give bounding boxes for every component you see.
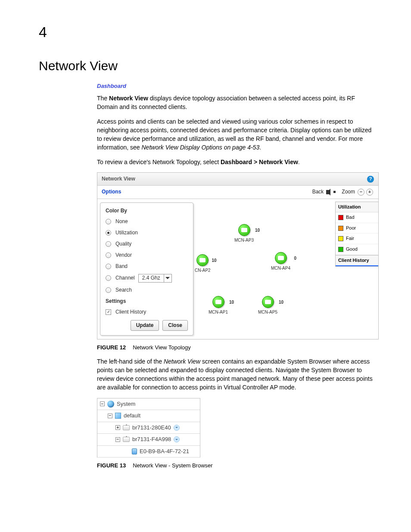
ap-node[interactable]: 10 MCN-AP5 <box>258 296 277 315</box>
radio-band[interactable]: Band <box>106 263 188 270</box>
radio-search[interactable]: Search <box>106 286 188 294</box>
collapse-icon[interactable]: − <box>115 437 120 442</box>
radio-icon <box>106 230 111 236</box>
legend-row: Bad <box>336 212 378 223</box>
legend-label: Bad <box>346 214 355 221</box>
text: To review a device's Network Topology, s… <box>97 159 221 165</box>
figure-number: FIGURE 12 <box>97 344 126 351</box>
ap-count: 10 <box>212 258 217 264</box>
radio-quality[interactable]: Quality <box>106 240 188 248</box>
ap-node[interactable]: 10 CN-AP2 <box>195 254 211 274</box>
figure-12-caption: FIGURE 12Network View Topology <box>97 344 377 352</box>
radio-label: None <box>115 218 128 225</box>
topology-canvas[interactable]: 10 MCN-AP3 10 CN-AP2 0 MCN-AP4 10 MCN-AP… <box>193 199 335 339</box>
ap-count: 0 <box>294 255 296 261</box>
radio-label: Search <box>115 286 132 294</box>
update-button[interactable]: Update <box>131 320 159 331</box>
ap-label: MCN-AP3 <box>234 237 254 243</box>
text: . <box>259 144 261 151</box>
ap-icon <box>196 254 209 266</box>
tree-label: default <box>124 412 140 420</box>
ap-icon <box>123 437 130 442</box>
legend-heading: Utilization <box>336 202 378 213</box>
radio-label: Utilization <box>115 229 138 236</box>
panel-titlebar: Network View ? <box>97 173 378 186</box>
paragraph-3: To review a device's Network Topology, s… <box>97 158 377 167</box>
radio-icon <box>106 241 111 247</box>
radio-icon <box>106 219 111 224</box>
client-icon <box>132 448 137 454</box>
ap-count: 10 <box>229 299 234 305</box>
tree-row-ap-b[interactable]: − br7131-F4A998 <box>97 434 200 445</box>
radio-icon <box>106 264 111 269</box>
options-link[interactable]: Options <box>102 188 121 196</box>
panel-toolbar: Options Back Zoom − + <box>97 186 378 199</box>
zoom-out-icon[interactable]: − <box>358 189 364 196</box>
ap-count: 10 <box>255 227 260 233</box>
radio-utilization[interactable]: Utilization <box>106 229 188 236</box>
swatch-icon <box>338 226 343 231</box>
collapse-icon[interactable]: − <box>108 414 112 418</box>
ap-node[interactable]: 0 MCN-AP4 <box>271 252 290 271</box>
expand-icon[interactable]: + <box>115 425 120 430</box>
dropdown-icon[interactable] <box>174 436 180 442</box>
swatch-icon <box>338 236 343 241</box>
tree-label: System <box>117 400 135 408</box>
text-bold: Dashboard > Network View <box>221 159 298 165</box>
back-icon[interactable] <box>326 190 336 194</box>
tree-label: br7131-280E40 <box>132 424 171 432</box>
color-by-heading: Color By <box>106 207 188 215</box>
swatch-icon <box>338 215 343 220</box>
radio-label: Band <box>115 263 128 270</box>
tree-row-client[interactable]: E0-B9-BA-4F-72-21 <box>97 446 200 457</box>
ap-icon <box>123 425 130 430</box>
zoom-in-icon[interactable]: + <box>366 189 373 196</box>
ap-label: MCN-AP1 <box>209 309 228 315</box>
text-italic: Network View <box>164 358 200 365</box>
radio-icon <box>106 252 111 258</box>
radio-vendor[interactable]: Vendor <box>106 252 188 259</box>
text-bold: Network View <box>109 95 148 102</box>
checkbox-label: Client History <box>115 308 146 316</box>
radio-icon <box>106 287 111 293</box>
ap-node[interactable]: 10 MCN-AP1 <box>209 296 228 315</box>
figure-title: Network View Topology <box>133 344 191 351</box>
text-italic: Network View Display Options on page 4-5… <box>142 144 260 151</box>
legend-label: Fair <box>346 235 354 242</box>
legend-row: Fair <box>336 233 378 244</box>
page-title: Network View <box>39 57 377 75</box>
domain-icon <box>115 413 121 419</box>
legend-row: Good <box>336 244 378 255</box>
text: . <box>298 159 300 165</box>
tree-row-system[interactable]: − System <box>97 398 200 410</box>
dashboard-link[interactable]: Dashboard <box>97 82 377 90</box>
collapse-icon[interactable]: − <box>100 401 105 406</box>
ap-node[interactable]: 10 MCN-AP3 <box>234 224 254 243</box>
chapter-number: 4 <box>39 22 377 42</box>
ap-label: MCN-AP5 <box>258 309 277 315</box>
radio-none[interactable]: None <box>106 218 188 225</box>
tree-label: br7131-F4A998 <box>132 436 171 443</box>
figure-number: FIGURE 13 <box>97 462 126 469</box>
legend-panel: Utilization Bad Poor Fair Good Client Hi… <box>335 202 378 267</box>
ap-label: MCN-AP4 <box>271 265 290 271</box>
dropdown-icon[interactable] <box>174 425 180 431</box>
radio-icon <box>106 275 111 281</box>
ap-icon <box>262 296 274 308</box>
ap-icon <box>212 296 224 308</box>
radio-label: Channel <box>115 274 135 282</box>
checkbox-client-history[interactable]: ✓Client History <box>106 308 188 316</box>
swatch-icon <box>338 247 343 252</box>
settings-heading: Settings <box>106 298 188 305</box>
radio-label: Vendor <box>115 252 132 259</box>
close-button[interactable]: Close <box>162 320 188 331</box>
tree-row-default[interactable]: − default <box>97 410 200 422</box>
options-panel: Color By None Utilization Quality Vendor… <box>100 202 193 336</box>
tree-row-ap-a[interactable]: + br7131-280E40 <box>97 422 200 434</box>
radio-channel[interactable]: Channel 2.4 Ghz <box>106 274 188 283</box>
ap-count: 10 <box>279 299 283 305</box>
help-icon[interactable]: ? <box>367 176 374 183</box>
paragraph-2: Access points and clients can be selecte… <box>97 118 377 152</box>
select-value: 2.4 Ghz <box>139 274 164 282</box>
channel-select[interactable]: 2.4 Ghz <box>138 274 172 283</box>
